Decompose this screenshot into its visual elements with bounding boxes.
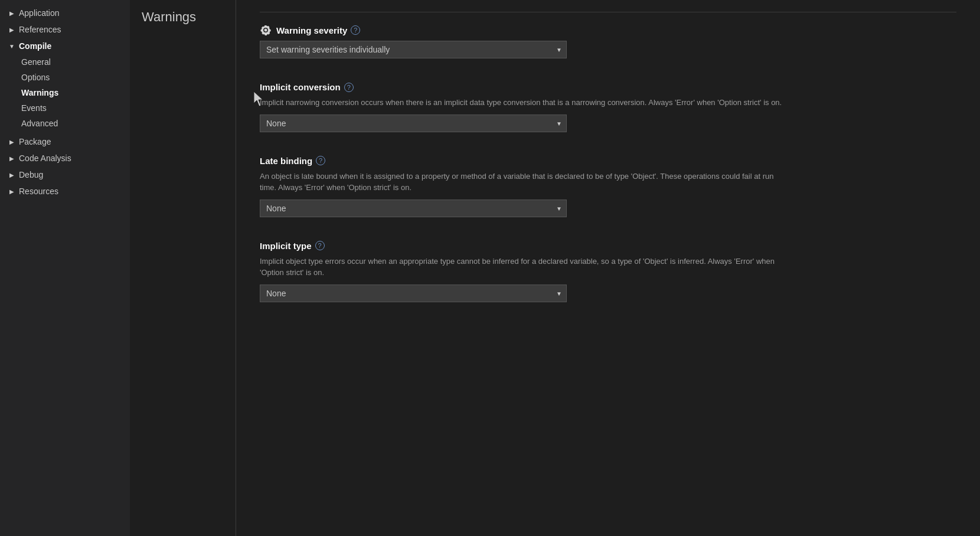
late-binding-dropdown-wrapper: NoneWarningError ▼ [260,200,567,217]
sidebar-child-general[interactable]: General [0,54,130,70]
late-binding-section: Late binding ? An object is late bound w… [260,156,956,217]
late-binding-help-icon[interactable]: ? [316,156,325,165]
sidebar-item-references[interactable]: ▶ References [0,21,130,38]
sidebar-child-label: Options [21,73,50,82]
sidebar-item-label: Compile [19,41,51,51]
main-content: Warning severity ? Set warning severitie… [236,0,980,536]
sidebar-item-label: Resources [19,187,58,196]
warning-severity-header: Warning severity ? [260,24,956,36]
chevron-down-icon: ▼ [7,41,17,51]
chevron-right-icon: ▶ [7,25,17,34]
implicit-conversion-dropdown[interactable]: NoneWarningError [260,115,567,132]
implicit-conversion-section: Implicit conversion ? Implicit narrowing… [260,82,956,132]
sidebar-child-label: Warnings [21,88,58,97]
top-divider [260,12,956,12]
sidebar-item-resources[interactable]: ▶ Resources [0,183,130,200]
sidebar-item-label: Application [19,8,60,18]
sidebar-item-label: Code Analysis [19,153,71,163]
chevron-right-icon: ▶ [7,187,17,196]
late-binding-description: An object is late bound when it is assig… [260,171,791,194]
sidebar-child-advanced[interactable]: Advanced [0,116,130,131]
sidebar-item-package[interactable]: ▶ Package [0,133,130,150]
sidebar: ▶ Application ▶ References ▼ Compile Gen… [0,0,130,536]
implicit-type-description: Implicit object type errors occur when a… [260,256,791,279]
chevron-right-icon: ▶ [7,170,17,179]
sidebar-item-code-analysis[interactable]: ▶ Code Analysis [0,150,130,166]
sidebar-child-warnings[interactable]: Warnings [0,85,130,100]
chevron-right-icon: ▶ [7,8,17,18]
sidebar-child-label: General [21,57,51,67]
implicit-conversion-title: Implicit conversion [260,82,341,92]
implicit-type-title: Implicit type [260,241,312,251]
page-title-area: Warnings [130,0,236,536]
implicit-type-dropdown[interactable]: NoneWarningError [260,285,567,302]
sidebar-item-application[interactable]: ▶ Application [0,5,130,21]
implicit-conversion-description: Implicit narrowing conversion occurs whe… [260,97,791,109]
page-title: Warnings [142,9,224,25]
sidebar-item-label: References [19,25,61,34]
implicit-type-section: Implicit type ? Implicit object type err… [260,241,956,302]
warning-severity-title: Warning severity [276,25,347,35]
sidebar-item-debug[interactable]: ▶ Debug [0,166,130,183]
gear-icon [260,24,272,36]
implicit-type-help-icon[interactable]: ? [315,241,325,250]
chevron-right-icon: ▶ [7,153,17,163]
sidebar-child-label: Events [21,103,47,113]
sidebar-item-label: Debug [19,170,43,179]
sidebar-child-events[interactable]: Events [0,100,130,116]
warning-severity-help-icon[interactable]: ? [351,25,360,35]
sidebar-item-compile[interactable]: ▼ Compile [0,38,130,54]
warning-severity-dropdown[interactable]: Set warning severities individuallyNoneW… [260,41,567,58]
late-binding-dropdown[interactable]: NoneWarningError [260,200,567,217]
late-binding-title: Late binding [260,156,312,166]
implicit-conversion-help-icon[interactable]: ? [344,83,354,92]
warning-severity-dropdown-wrapper: Set warning severities individuallyNoneW… [260,41,567,58]
implicit-type-header: Implicit type ? [260,241,956,251]
implicit-type-dropdown-wrapper: NoneWarningError ▼ [260,285,567,302]
warning-severity-section: Warning severity ? Set warning severitie… [260,24,956,58]
chevron-right-icon: ▶ [7,137,17,146]
sidebar-child-label: Advanced [21,119,58,128]
sidebar-item-label: Package [19,137,51,146]
implicit-conversion-dropdown-wrapper: NoneWarningError ▼ [260,115,567,132]
implicit-conversion-header: Implicit conversion ? [260,82,956,92]
sidebar-child-options[interactable]: Options [0,70,130,85]
late-binding-header: Late binding ? [260,156,956,166]
